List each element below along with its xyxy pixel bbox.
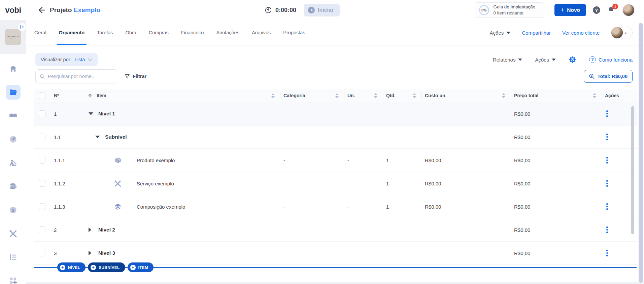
- tab-anotacoes[interactable]: Anotações: [216, 20, 239, 45]
- row-actions-menu-icon[interactable]: [606, 157, 608, 164]
- sidebar-item-apps-plus[interactable]: [6, 273, 21, 284]
- expand-caret-icon[interactable]: [89, 227, 93, 232]
- sort-icon[interactable]: [413, 93, 416, 98]
- select-all-checkbox[interactable]: [39, 92, 45, 99]
- sidebar: GABI LIMA LOPES arquitetura $: [0, 20, 26, 284]
- org-logo[interactable]: GABI LIMA LOPES arquitetura: [5, 29, 21, 45]
- cell-preco-total: R$0,00: [511, 149, 602, 172]
- collapse-caret-icon[interactable]: [89, 112, 93, 115]
- row-checkbox[interactable]: [39, 203, 45, 210]
- table-row: 1.1.3 Composição exemplo - - 1 R$0,00 R$…: [34, 195, 637, 218]
- cell-un: -: [344, 149, 383, 172]
- sidebar-item-gauge[interactable]: [6, 132, 21, 147]
- sort-icon[interactable]: [374, 93, 377, 98]
- member-avatar[interactable]: [611, 27, 623, 39]
- sidebar-item-dollar[interactable]: $: [6, 203, 21, 217]
- search-icon: [40, 74, 45, 79]
- project-actions-dropdown[interactable]: Ações: [490, 30, 511, 36]
- sidebar-item-construction[interactable]: [6, 155, 21, 170]
- view-as-client-button[interactable]: Ver como cliente: [562, 30, 600, 36]
- tab-compras[interactable]: Compras: [149, 20, 169, 45]
- tab-tarefas[interactable]: Tarefas: [97, 20, 113, 45]
- cell-un: -: [344, 195, 383, 218]
- tab-propostas[interactable]: Propostas: [283, 20, 305, 45]
- tab-arquivos[interactable]: Arquivos: [252, 20, 271, 45]
- gauge-icon: [9, 135, 18, 144]
- cell-custo-un: [421, 242, 511, 264]
- tools-icon: [9, 229, 18, 238]
- row-checkbox[interactable]: [39, 250, 45, 256]
- add-nivel-button[interactable]: +NÍVEL: [57, 262, 86, 272]
- implementation-guide-card[interactable]: 0% Guia de Implantação 0 item restante: [475, 2, 545, 18]
- sidebar-item-list[interactable]: [6, 250, 21, 264]
- plus-circle-icon: +: [91, 265, 96, 270]
- budget-actions-dropdown[interactable]: Ações: [535, 57, 556, 63]
- column-header-qtd: Qtd.: [383, 89, 421, 102]
- item-label[interactable]: Nível 3: [98, 250, 115, 256]
- row-checkbox[interactable]: [39, 180, 45, 187]
- help-icon[interactable]: ?: [593, 6, 600, 14]
- row-actions-menu-icon[interactable]: [606, 226, 608, 233]
- cell-categoria: [280, 102, 344, 125]
- table-row: 1 Nível 1 R$0,00: [34, 102, 637, 126]
- sidebar-item-coins[interactable]: [6, 179, 21, 194]
- row-actions-menu-icon[interactable]: [606, 180, 608, 187]
- project-name-link[interactable]: Exemplo: [74, 6, 100, 13]
- column-header-n: Nº: [50, 89, 84, 102]
- table-scrollbar[interactable]: [631, 106, 634, 234]
- row-checkbox[interactable]: [39, 157, 45, 164]
- sidebar-item-folder[interactable]: [6, 85, 21, 100]
- reports-dropdown[interactable]: Relatórios: [493, 57, 522, 63]
- how-it-works-link[interactable]: ? Como funciona: [589, 56, 633, 63]
- add-subnivel-button[interactable]: +SUBNÍVEL: [88, 262, 125, 272]
- cell-qtd: [383, 126, 421, 148]
- row-checkbox[interactable]: [39, 134, 45, 140]
- expand-sidebar-button[interactable]: [18, 23, 26, 31]
- new-button[interactable]: + Novo: [554, 4, 586, 16]
- tab-orcamento[interactable]: Orçamento: [59, 20, 84, 45]
- vobi-logo[interactable]: vobi: [0, 5, 26, 15]
- row-checkbox[interactable]: [39, 110, 45, 117]
- collapse-all-icon[interactable]: [88, 93, 93, 98]
- sidebar-item-tools[interactable]: [6, 226, 21, 241]
- start-timer-button[interactable]: Iniciar: [304, 4, 340, 16]
- item-label: Serviço exemplo: [137, 181, 174, 186]
- page-scrollbar[interactable]: [639, 23, 643, 283]
- sort-icon[interactable]: [502, 93, 505, 98]
- sidebar-item-home[interactable]: [6, 61, 21, 76]
- item-label: Produto exemplo: [137, 157, 175, 163]
- expand-caret-icon[interactable]: [89, 251, 93, 255]
- settings-gear-icon[interactable]: [569, 56, 576, 64]
- back-arrow-icon[interactable]: [37, 6, 45, 14]
- search-input[interactable]: [48, 74, 113, 79]
- item-label[interactable]: Subnível: [105, 134, 127, 140]
- app-window: vobi Projeto Exemplo 0:00:00 Iniciar 0%: [0, 0, 644, 284]
- row-actions-menu-icon[interactable]: [606, 110, 608, 117]
- row-checkbox[interactable]: [39, 226, 45, 233]
- sidebar-item-handshake[interactable]: [6, 108, 21, 123]
- item-label[interactable]: Nível 1: [98, 111, 115, 117]
- filter-button[interactable]: Filtrar: [125, 74, 146, 79]
- view-by-select[interactable]: Visualizar por: Lista: [35, 53, 98, 66]
- tab-geral[interactable]: Geral: [34, 20, 46, 45]
- sort-icon[interactable]: [271, 93, 275, 98]
- user-avatar[interactable]: [622, 4, 635, 16]
- time-tracker: 0:00:00 Iniciar: [265, 0, 340, 20]
- add-item-button[interactable]: +ITEM: [128, 262, 154, 272]
- total-button[interactable]: $ Total: R$0,00: [584, 70, 633, 83]
- row-actions-menu-icon[interactable]: [606, 203, 608, 210]
- notifications-bell-icon[interactable]: 1: [607, 6, 616, 14]
- tab-financeiro[interactable]: Financeiro: [181, 20, 204, 45]
- share-button[interactable]: Compartilhar: [522, 30, 551, 36]
- sort-icon[interactable]: [335, 93, 339, 98]
- tab-obra[interactable]: Obra: [126, 20, 136, 45]
- row-actions-menu-icon[interactable]: [606, 134, 608, 140]
- collapse-caret-icon[interactable]: [95, 136, 99, 138]
- item-label[interactable]: Nível 2: [98, 227, 115, 233]
- row-actions-menu-icon[interactable]: [606, 250, 608, 256]
- chevron-down-icon: [506, 32, 510, 34]
- cell-preco-total: R$0,00: [511, 242, 602, 264]
- layers-icon: [114, 203, 122, 211]
- sort-icon[interactable]: [593, 93, 596, 98]
- cell-categoria: [280, 126, 344, 148]
